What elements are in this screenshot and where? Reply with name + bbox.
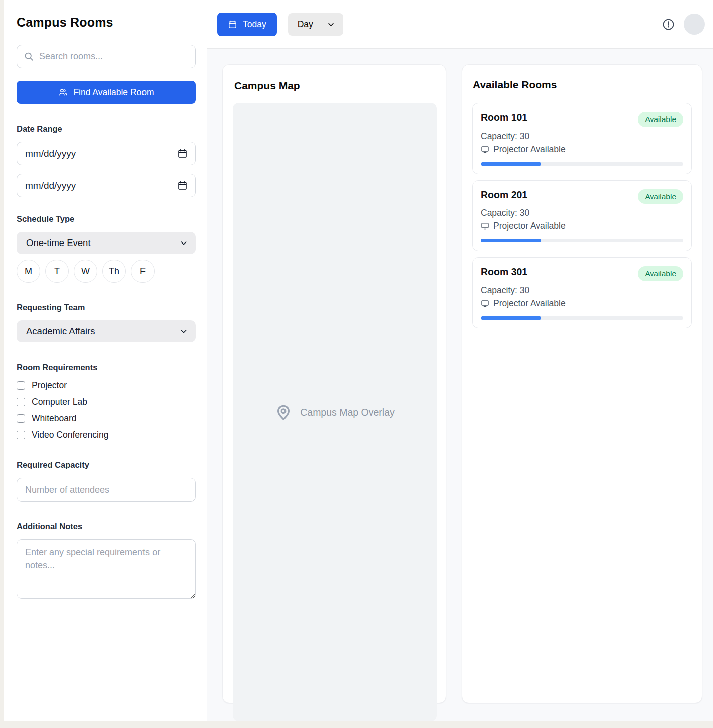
room-feature-label: Projector Available	[493, 221, 566, 231]
today-button-label: Today	[243, 19, 266, 30]
available-rooms-panel: Available Rooms Room 101 Available Capac…	[462, 64, 702, 703]
additional-notes-textarea[interactable]	[17, 539, 196, 599]
room-requirements-list: Projector Computer Lab Whiteboard Video …	[17, 380, 196, 440]
status-badge: Available	[638, 266, 683, 281]
requirement-option-label: Video Conferencing	[32, 430, 108, 440]
room-card-header: Room 101 Available	[481, 112, 683, 127]
weekday-toggle[interactable]: M	[17, 260, 40, 283]
monitor-icon	[481, 145, 489, 154]
chevron-down-icon	[180, 327, 188, 335]
available-rooms-title: Available Rooms	[473, 79, 692, 91]
schedule-type-select[interactable]: One-time Event	[17, 232, 196, 254]
campus-map-title: Campus Map	[234, 80, 436, 92]
room-card[interactable]: Room 201 Available Capacity: 30 Projecto…	[472, 180, 692, 252]
requirement-option-label: Computer Lab	[32, 397, 87, 407]
room-list: Room 101 Available Capacity: 30 Projecto…	[472, 103, 692, 328]
search-icon	[24, 51, 34, 62]
end-date-input[interactable]: mm/dd/yyyy	[17, 174, 196, 197]
room-feature: Projector Available	[481, 221, 683, 231]
occupancy-progress-bar	[481, 162, 683, 166]
requirement-option-label: Projector	[32, 380, 67, 391]
room-name: Room 101	[481, 112, 527, 124]
room-card[interactable]: Room 301 Available Capacity: 30 Projecto…	[472, 257, 692, 328]
sidebar: Campus Rooms Find Available Room Date Ra…	[4, 0, 207, 721]
room-feature: Projector Available	[481, 298, 683, 309]
occupancy-progress-bar	[481, 316, 683, 320]
requesting-team-value: Academic Affairs	[26, 326, 95, 337]
requirement-option[interactable]: Computer Lab	[17, 397, 196, 407]
main-area: Today Day Campus Map Campus Map Overlay …	[207, 0, 713, 721]
room-card-header: Room 201 Available	[481, 189, 683, 204]
avatar[interactable]	[684, 14, 705, 35]
required-capacity-label: Required Capacity	[17, 460, 196, 470]
checkbox[interactable]	[17, 398, 25, 406]
schedule-type-value: One-time Event	[26, 237, 91, 249]
room-name: Room 301	[481, 266, 527, 278]
search-input[interactable]	[17, 45, 196, 68]
find-available-room-button[interactable]: Find Available Room	[17, 81, 196, 104]
weekday-toggle[interactable]: Th	[102, 260, 126, 283]
room-name: Room 201	[481, 189, 527, 201]
checkbox[interactable]	[17, 381, 25, 390]
room-requirements-label: Room Requirements	[17, 362, 196, 372]
occupancy-progress-fill	[481, 162, 541, 166]
chevron-down-icon	[327, 21, 335, 28]
app-title: Campus Rooms	[17, 15, 196, 30]
today-button[interactable]: Today	[217, 13, 277, 36]
room-capacity: Capacity: 30	[481, 131, 683, 142]
occupancy-progress-fill	[481, 239, 541, 242]
checkbox[interactable]	[17, 414, 25, 423]
start-date-value: mm/dd/yyyy	[25, 148, 76, 159]
chevron-down-icon	[180, 239, 188, 247]
room-card-header: Room 301 Available	[481, 266, 683, 281]
weekday-toggle[interactable]: F	[131, 260, 155, 283]
calendar-icon	[228, 20, 237, 29]
status-badge: Available	[638, 112, 683, 127]
alert-circle-icon[interactable]	[662, 18, 675, 31]
room-feature-label: Projector Available	[493, 144, 566, 155]
requirement-option[interactable]: Whiteboard	[17, 413, 196, 424]
start-date-input[interactable]: mm/dd/yyyy	[17, 142, 196, 165]
requirement-option-label: Whiteboard	[32, 413, 77, 424]
occupancy-progress-fill	[481, 316, 541, 320]
weekday-toggle[interactable]: W	[74, 260, 97, 283]
search-container	[17, 45, 196, 68]
weekday-toggle[interactable]: T	[45, 260, 69, 283]
monitor-icon	[481, 299, 489, 308]
occupancy-progress-bar	[481, 239, 683, 242]
weekday-toggle-group: M T W Th F	[17, 260, 196, 283]
topbar: Today Day	[207, 0, 713, 49]
calendar-icon[interactable]	[177, 148, 188, 159]
users-icon	[58, 87, 68, 97]
required-capacity-input[interactable]	[17, 478, 196, 502]
topbar-right	[662, 14, 705, 35]
additional-notes-label: Additional Notes	[17, 522, 196, 531]
checkbox[interactable]	[17, 431, 25, 439]
view-mode-value: Day	[298, 19, 313, 30]
calendar-icon[interactable]	[177, 180, 188, 191]
content-area: Campus Map Campus Map Overlay Available …	[207, 49, 713, 721]
map-pin-icon	[274, 403, 293, 421]
end-date-value: mm/dd/yyyy	[25, 180, 76, 191]
view-mode-select[interactable]: Day	[288, 13, 343, 36]
campus-map-overlay-label: Campus Map Overlay	[300, 407, 395, 418]
room-feature: Projector Available	[481, 144, 683, 155]
room-card[interactable]: Room 101 Available Capacity: 30 Projecto…	[472, 103, 692, 174]
room-capacity: Capacity: 30	[481, 208, 683, 218]
campus-map-overlay: Campus Map Overlay	[233, 103, 437, 721]
room-capacity: Capacity: 30	[481, 285, 683, 296]
campus-map-panel: Campus Map Campus Map Overlay	[222, 64, 446, 703]
requesting-team-label: Requesting Team	[17, 303, 196, 312]
room-feature-label: Projector Available	[493, 298, 566, 309]
monitor-icon	[481, 222, 489, 230]
find-available-room-label: Find Available Room	[73, 87, 154, 98]
status-badge: Available	[638, 189, 683, 204]
schedule-type-label: Schedule Type	[17, 214, 196, 224]
requesting-team-select[interactable]: Academic Affairs	[17, 320, 196, 342]
date-range-label: Date Range	[17, 124, 196, 134]
app-window: Campus Rooms Find Available Room Date Ra…	[4, 0, 713, 721]
requirement-option[interactable]: Projector	[17, 380, 196, 391]
requirement-option[interactable]: Video Conferencing	[17, 430, 196, 440]
